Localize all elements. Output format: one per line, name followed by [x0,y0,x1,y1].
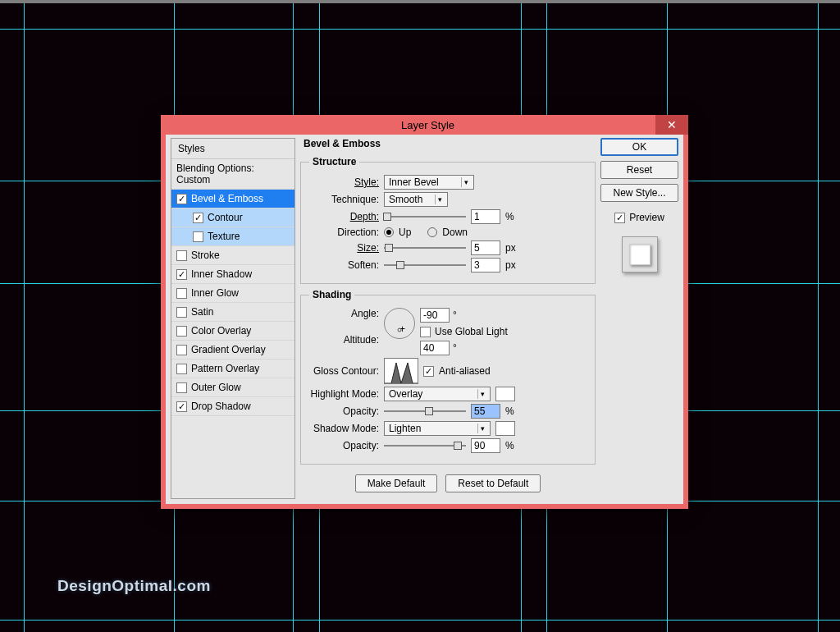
preview-inner-icon [629,244,651,265]
checkbox-icon[interactable] [176,345,187,355]
panel-title: Bevel & Emboss [300,138,596,151]
highlight-opacity-input[interactable]: 55 [471,404,500,419]
new-style-button[interactable]: New Style... [600,184,678,202]
style-item-label: Bevel & Emboss [191,193,263,204]
guide-horizontal [0,620,840,621]
checkbox-icon[interactable] [176,382,187,393]
preview-thumbnail [622,236,658,272]
highlight-mode-dropdown[interactable]: Overlay ▾ [384,387,491,401]
size-slider[interactable] [384,242,466,254]
shadow-mode-label: Shadow Mode: [309,423,379,434]
style-item-drop-shadow[interactable]: Drop Shadow [171,397,294,416]
angle-wheel[interactable]: + [384,308,415,339]
angle-input[interactable]: -90 [420,308,450,323]
checkbox-icon[interactable] [176,194,187,204]
checkbox-icon[interactable] [193,213,203,223]
checkbox-icon[interactable] [176,401,187,412]
style-item-pattern-overlay[interactable]: Pattern Overlay [171,360,294,378]
anti-aliased-label: Anti-aliased [439,365,491,377]
size-label: Size: [309,242,379,254]
style-item-label: Pattern Overlay [191,363,259,374]
style-item-contour[interactable]: Contour [171,208,294,227]
reset-to-default-button[interactable]: Reset to Default [445,474,541,492]
style-dropdown[interactable]: Inner Bevel ▾ [384,175,474,190]
technique-dropdown[interactable]: Smooth ▾ [384,192,448,207]
depth-slider[interactable] [384,211,466,222]
style-item-label: Contour [208,212,243,223]
style-item-label: Drop Shadow [191,401,251,412]
highlight-opacity-slider[interactable] [384,405,466,417]
styles-sidebar: Styles Blending Options: Custom Bevel & … [171,138,295,499]
altitude-label: Altitude: [309,334,379,346]
shadow-opacity-slider[interactable] [384,440,466,451]
style-item-label: Satin [191,306,213,318]
style-item-color-overlay[interactable]: Color Overlay [171,322,294,341]
direction-down-label: Down [442,227,468,238]
shadow-opacity-unit: % [505,440,520,451]
gloss-contour-picker[interactable] [384,358,418,384]
shadow-opacity-input[interactable]: 90 [471,438,500,453]
direction-down-radio[interactable] [427,227,437,237]
anti-aliased-checkbox[interactable] [423,366,434,377]
preview-checkbox[interactable] [614,213,625,223]
shading-group: Shading Angle: Altitude: + -90 ° [300,289,596,465]
make-default-button[interactable]: Make Default [355,474,438,492]
close-icon: ✕ [667,118,677,131]
reset-button[interactable]: Reset [600,161,678,179]
checkbox-icon[interactable] [176,307,187,318]
dropdown-value: Inner Bevel [389,176,439,188]
style-item-label: Gradient Overlay [191,344,266,355]
shadow-color-swatch[interactable] [495,421,515,436]
size-input[interactable]: 5 [471,240,500,255]
depth-input[interactable]: 1 [471,209,500,224]
angle-label: Angle: [309,308,379,319]
soften-input[interactable]: 3 [471,258,500,272]
dropdown-value: Overlay [389,388,422,400]
checkbox-icon[interactable] [176,269,187,280]
layer-style-dialog: Layer Style ✕ Styles Blending Options: C… [161,115,688,509]
checkbox-icon[interactable] [176,326,187,337]
checkbox-icon[interactable] [176,288,187,299]
dropdown-value: Smooth [389,194,422,205]
highlight-mode-label: Highlight Mode: [309,388,379,400]
chevron-down-icon: ▾ [477,389,487,399]
style-item-texture[interactable]: Texture [171,227,294,246]
style-item-inner-glow[interactable]: Inner Glow [171,284,294,303]
style-item-label: Inner Glow [191,287,239,299]
settings-panel: Bevel & Emboss Structure Style: Inner Be… [300,138,596,499]
soften-slider[interactable] [384,259,466,271]
altitude-input[interactable]: 40 [420,341,450,355]
style-item-label: Texture [208,231,240,242]
checkbox-icon[interactable] [176,364,187,374]
altitude-unit: ° [453,342,457,354]
technique-label: Technique: [309,194,379,205]
sidebar-header[interactable]: Styles [171,139,294,159]
checkbox-icon[interactable] [176,250,187,261]
ok-button[interactable]: OK [600,138,678,156]
style-item-satin[interactable]: Satin [171,303,294,322]
shadow-opacity-label: Opacity: [309,440,379,451]
style-item-outer-glow[interactable]: Outer Glow [171,378,294,397]
blending-options-item[interactable]: Blending Options: Custom [171,159,294,190]
watermark-text: DesignOptimal.com [57,577,211,595]
size-unit: px [505,242,520,254]
shadow-mode-dropdown[interactable]: Lighten ▾ [384,421,491,436]
global-light-checkbox[interactable] [420,327,431,337]
style-item-inner-shadow[interactable]: Inner Shadow [171,265,294,284]
chevron-down-icon: ▾ [477,424,487,433]
direction-up-radio[interactable] [384,227,394,237]
style-item-bevel-emboss[interactable]: Bevel & Emboss [171,190,294,208]
style-item-label: Inner Shadow [191,268,252,280]
highlight-color-swatch[interactable] [495,387,515,401]
style-item-label: Stroke [191,250,220,261]
style-item-stroke[interactable]: Stroke [171,246,294,265]
style-label: Style: [309,176,379,188]
dialog-titlebar[interactable]: Layer Style ✕ [161,115,688,135]
style-item-label: Color Overlay [191,325,251,337]
checkbox-icon[interactable] [193,231,203,242]
close-button[interactable]: ✕ [655,115,688,135]
crosshair-icon: + [399,323,400,324]
highlight-opacity-unit: % [505,405,520,417]
gloss-contour-label: Gloss Contour: [309,365,379,377]
style-item-gradient-overlay[interactable]: Gradient Overlay [171,341,294,360]
